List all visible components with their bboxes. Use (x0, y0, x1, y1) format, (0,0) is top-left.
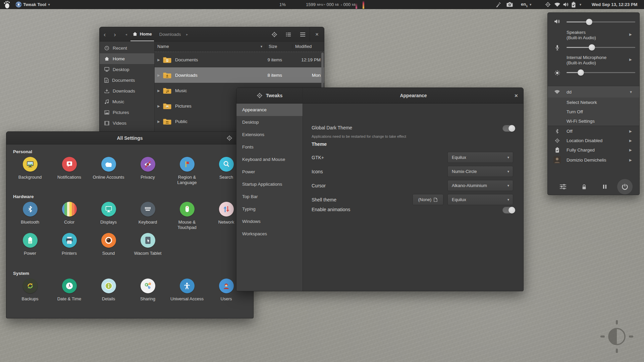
settings-tile-online-accounts[interactable]: Online Accounts (89, 157, 128, 185)
power-button[interactable] (617, 179, 633, 194)
input-device[interactable]: Internal Microphone (Built-in Audio) (567, 55, 606, 66)
settings-tile-date-time[interactable]: Date & Time (50, 279, 89, 302)
settings-tile-power[interactable]: Power (10, 233, 50, 256)
tweaks-item-workspaces[interactable]: Workspaces (236, 228, 303, 240)
settings-tile-privacy[interactable]: Privacy (128, 157, 167, 185)
tweaks-close-button[interactable]: × (515, 93, 518, 99)
settings-search-button[interactable] (226, 135, 232, 141)
tweaks-item-startup[interactable]: Startup Applications (236, 178, 303, 190)
location-indicator[interactable] (545, 0, 551, 9)
breadcrumb-right-icon[interactable]: ▸ (186, 33, 188, 36)
menu-button[interactable] (296, 27, 310, 42)
activities-corner[interactable] (3, 0, 10, 9)
expander-icon[interactable]: ▶ (155, 89, 163, 93)
column-size[interactable]: Size (266, 44, 292, 49)
volume-slider[interactable] (567, 19, 635, 25)
file-row-documents[interactable]: ▶ Documents 9 items 12:19 PM (155, 52, 324, 67)
cpu-percent-indicator[interactable]: 1% (279, 0, 286, 9)
gtk-theme-dropdown[interactable]: Equilux ▼ (447, 152, 513, 163)
files-close-button[interactable]: × (310, 27, 324, 42)
microphone-slider[interactable] (567, 44, 635, 51)
sidebar-item-home[interactable]: Home (100, 53, 154, 64)
column-name[interactable]: Name ▼ (155, 44, 266, 49)
cpu-freq-indicator[interactable]: 1599 MHz (306, 0, 324, 9)
app-menu[interactable]: Tweak Tool ▼ (15, 0, 51, 9)
color-picker-indicator[interactable] (495, 0, 501, 9)
pause-button[interactable] (597, 179, 612, 194)
wifi-indicator[interactable] (554, 0, 560, 9)
sidebar-item-music[interactable]: Music (100, 96, 154, 107)
tweaks-item-top-bar[interactable]: Top Bar (236, 190, 303, 203)
tweaks-item-power[interactable]: Power (236, 166, 303, 178)
clock[interactable]: Wed Sep 13, 12:23 PM (592, 0, 637, 9)
menu-item-wifi-settings[interactable]: Wi-Fi Settings (548, 116, 639, 126)
breadcrumb-left-icon[interactable]: ◂ (125, 33, 127, 36)
battery-row[interactable]: Fully Charged ▶ (548, 145, 639, 155)
settings-tile-mouse-touchpad[interactable]: Mouse & Touchpad (167, 202, 207, 230)
settings-tile-bluetooth[interactable]: Bluetooth (10, 202, 50, 230)
tweaks-item-desktop[interactable]: Desktop (236, 116, 303, 128)
icon-theme-dropdown[interactable]: Numix-Circle ▼ (447, 166, 513, 177)
lock-button[interactable] (576, 179, 592, 194)
sidebar-item-videos[interactable]: Videos (100, 118, 154, 128)
expander-icon[interactable]: ▶ (155, 104, 163, 108)
settings-tile-displays[interactable]: Displays (89, 202, 128, 230)
settings-tile-printers[interactable]: Printers (50, 233, 89, 256)
shell-theme-dropdown[interactable]: Equilux ▼ (447, 194, 513, 205)
net-rx-indicator[interactable]: ▾ 000 kB (324, 0, 339, 9)
wifi-network-row[interactable]: dd ▼ (548, 86, 639, 98)
tweaks-item-appearance[interactable]: Appearance (236, 104, 303, 116)
settings-tile-notifications[interactable]: Notifications (50, 157, 89, 185)
global-dark-theme-toggle[interactable] (502, 125, 515, 132)
shell-theme-file-button[interactable]: (None) (413, 194, 443, 205)
brightness-slider[interactable] (567, 69, 635, 76)
expander-icon[interactable]: ▶ (155, 120, 163, 123)
tweaks-item-windows[interactable]: Windows (236, 215, 303, 228)
sidebar-item-documents[interactable]: Documents (100, 75, 154, 85)
expander-icon[interactable]: ▶ (155, 58, 163, 62)
bluetooth-row[interactable]: Off ▶ (548, 126, 639, 136)
chevron-right-icon[interactable]: ▶ (629, 58, 632, 61)
settings-tile-sound[interactable]: Sound (89, 233, 128, 256)
net-tx-indicator[interactable]: ▴ 000 kB (341, 0, 356, 9)
expander-icon[interactable]: ▶ (155, 73, 163, 77)
keyboard-layout-indicator[interactable]: en1 ▼ (521, 0, 532, 9)
tweaks-item-fonts[interactable]: Fonts (236, 141, 303, 153)
file-row-downloads[interactable]: ▶ Downloads 8 items Mon (155, 67, 324, 83)
location-row[interactable]: Location Disabled ▶ (548, 136, 639, 145)
settings-tile-wacom[interactable]: Wacom Tablet (128, 233, 167, 256)
settings-tile-sharing[interactable]: Sharing (128, 279, 167, 302)
volume-indicator[interactable] (563, 0, 569, 9)
menu-item-select-network[interactable]: Select Network (548, 98, 639, 107)
breadcrumb-downloads[interactable]: Downloads (157, 27, 183, 41)
sidebar-item-pictures[interactable]: Pictures (100, 107, 154, 118)
output-device[interactable]: Speakers (Built-in Audio) (567, 30, 596, 41)
settings-tile-background[interactable]: Background (10, 157, 50, 185)
settings-tile-region-language[interactable]: Region & Language (167, 157, 207, 185)
sidebar-item-downloads[interactable]: Downloads (100, 85, 154, 96)
view-list-button[interactable] (281, 27, 296, 42)
settings-tile-backups[interactable]: Backups (10, 279, 50, 302)
settings-tile-color[interactable]: Color (50, 202, 89, 230)
settings-tile-universal-access[interactable]: Universal Access (167, 279, 207, 302)
chevron-right-icon[interactable]: ▶ (629, 33, 632, 36)
enable-animations-toggle[interactable] (502, 207, 515, 214)
settings-tile-keyboard[interactable]: Keyboard (128, 202, 167, 230)
settings-tile-details[interactable]: Details (89, 279, 128, 302)
column-modified[interactable]: Modified (292, 44, 324, 49)
nav-forward-button[interactable]: › (110, 31, 120, 38)
menu-item-turn-off[interactable]: Turn Off (548, 107, 639, 116)
nav-back-button[interactable]: ‹ (100, 31, 110, 38)
cursor-theme-dropdown[interactable]: Alkano-Aluminium ▼ (447, 180, 513, 191)
sidebar-item-desktop[interactable]: Desktop (100, 64, 154, 75)
system-menu-chevron[interactable]: ▼ (579, 0, 582, 9)
battery-indicator[interactable] (571, 0, 576, 9)
tweaks-item-keyboard-mouse[interactable]: Keyboard and Mouse (236, 153, 303, 166)
tweaks-item-typing[interactable]: Typing (236, 203, 303, 215)
search-location-button[interactable] (267, 27, 281, 42)
settings-button[interactable] (555, 179, 571, 194)
sidebar-item-recent[interactable]: Recent (100, 43, 154, 53)
user-row[interactable]: Domizio Demichelis ▶ (548, 155, 639, 165)
breadcrumb-home[interactable]: Home (130, 27, 154, 41)
tweaks-item-extensions[interactable]: Extensions (236, 128, 303, 141)
